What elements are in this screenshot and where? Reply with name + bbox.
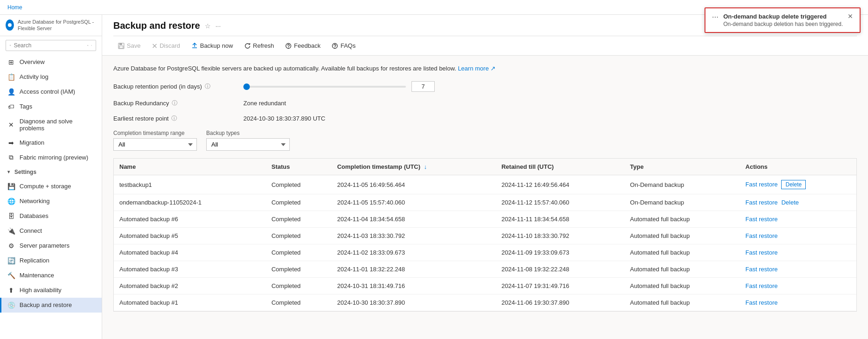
svg-point-10 — [288, 47, 289, 48]
search-input[interactable] — [14, 42, 84, 49]
fast-restore-link[interactable]: Fast restore — [745, 216, 777, 223]
sidebar-item-label: High availability — [20, 287, 61, 294]
col-actions: Actions — [740, 159, 856, 175]
restore-point-info-icon[interactable]: ⓘ — [171, 115, 177, 122]
fabric-mirroring-icon: ⧉ — [7, 154, 15, 161]
cell-type: Automated full backup — [625, 211, 740, 228]
fast-restore-link[interactable]: Fast restore — [745, 282, 777, 289]
more-options-icon[interactable]: ··· — [215, 22, 221, 30]
sidebar-item-label: Backup and restore — [20, 301, 72, 308]
learn-more-link[interactable]: Learn more ↗ — [458, 65, 496, 72]
cell-completion-ts: 2024-10-30 18:30:37.890 — [332, 294, 496, 311]
sidebar-item-overview[interactable]: ⊞ Overview — [0, 55, 102, 70]
search-box[interactable] — [6, 40, 96, 51]
favorite-icon[interactable]: ☆ — [205, 22, 211, 30]
cell-type: Automated full backup — [625, 261, 740, 278]
retention-slider[interactable] — [243, 86, 406, 88]
cell-status: Completed — [266, 194, 331, 211]
sidebar-item-maintenance[interactable]: 🔨 Maintenance — [0, 268, 102, 283]
fast-restore-link[interactable]: Fast restore — [745, 299, 777, 306]
sidebar-item-access-control[interactable]: 👤 Access control (IAM) — [0, 84, 102, 99]
cell-type: Automated full backup — [625, 278, 740, 294]
backup-table: Name Status Completion timestamp (UTC) ↓… — [113, 158, 857, 312]
home-link[interactable]: Home — [7, 4, 22, 11]
cell-name: Automated backup #3 — [114, 261, 266, 278]
save-button[interactable]: Save — [113, 40, 145, 51]
svg-point-1 — [8, 23, 12, 27]
fast-restore-link[interactable]: Fast restore — [745, 266, 777, 273]
sidebar-item-tags[interactable]: 🏷 Tags — [0, 99, 102, 114]
redundancy-row: Backup Redundancy ⓘ Zone redundant — [113, 99, 857, 107]
collapse-icon[interactable] — [91, 43, 92, 48]
cell-name: Automated backup #4 — [114, 244, 266, 261]
col-name: Name — [114, 159, 266, 175]
expand-icon[interactable] — [87, 43, 88, 48]
fast-restore-link[interactable]: Fast restore — [745, 199, 777, 206]
sidebar-item-label: Tags — [20, 103, 32, 110]
cell-completion-ts: 2024-10-31 18:31:49.716 — [332, 278, 496, 294]
sidebar-item-fabric-mirroring[interactable]: ⧉ Fabric mirroring (preview) — [0, 150, 102, 165]
refresh-button[interactable]: Refresh — [240, 40, 279, 51]
fast-restore-link[interactable]: Fast restore — [745, 249, 777, 256]
sidebar-item-backup-restore[interactable]: 💿 Backup and restore — [0, 298, 102, 313]
sidebar-item-networking[interactable]: 🌐 Networking — [0, 194, 102, 209]
retention-label: Backup retention period (in days) — [113, 83, 202, 90]
cell-type: Automated full backup — [625, 228, 740, 244]
timestamp-filter-select[interactable]: All — [113, 138, 197, 151]
cell-completion-ts: 2024-11-03 18:33:30.792 — [332, 228, 496, 244]
table-row: Automated backup #6 Completed 2024-11-04… — [114, 211, 856, 228]
sidebar-item-databases[interactable]: 🗄 Databases — [0, 209, 102, 224]
cell-name: Automated backup #5 — [114, 228, 266, 244]
sidebar-item-server-parameters[interactable]: ⚙ Server parameters — [0, 238, 102, 253]
discard-button[interactable]: Discard — [147, 40, 185, 51]
cell-status: Completed — [266, 244, 331, 261]
table-row: Automated backup #4 Completed 2024-11-02… — [114, 244, 856, 261]
sidebar-item-label: Fabric mirroring (preview) — [20, 154, 88, 161]
delete-button[interactable]: Delete — [781, 180, 806, 189]
connect-icon: 🔌 — [7, 227, 15, 235]
svg-point-2 — [10, 45, 11, 46]
activity-log-icon: 📋 — [7, 73, 15, 81]
delete-link[interactable]: Delete — [781, 199, 799, 206]
retention-info-icon[interactable]: ⓘ — [205, 83, 210, 90]
svg-point-12 — [334, 47, 335, 48]
backup-now-button[interactable]: Backup now — [187, 40, 238, 51]
sidebar-item-diagnose[interactable]: ✕ Diagnose and solve problems — [0, 114, 102, 135]
cell-completion-ts: 2024-11-02 18:33:09.673 — [332, 244, 496, 261]
content-area: Backup and restore ☆ ··· Save — [102, 15, 868, 339]
redundancy-info-icon[interactable]: ⓘ — [172, 99, 177, 107]
refresh-icon — [244, 43, 251, 49]
cell-name: testbackup1 — [114, 175, 266, 194]
sidebar-item-connect[interactable]: 🔌 Connect — [0, 224, 102, 238]
fast-restore-link[interactable]: Fast restore — [745, 232, 777, 239]
cell-retained-till: 2024-11-08 19:32:22.248 — [496, 261, 625, 278]
type-filter-label: Backup types — [206, 130, 290, 136]
sidebar-item-activity-log[interactable]: 📋 Activity log — [0, 70, 102, 84]
faqs-button[interactable]: FAQs — [327, 40, 360, 51]
sidebar-item-migration[interactable]: ➡ Migration — [0, 135, 102, 150]
overview-icon: ⊞ — [7, 58, 15, 66]
table-row: Automated backup #5 Completed 2024-11-03… — [114, 228, 856, 244]
table-row: Automated backup #1 Completed 2024-10-30… — [114, 294, 856, 311]
feedback-button[interactable]: Feedback — [281, 40, 325, 51]
sidebar-item-replication[interactable]: 🔄 Replication — [0, 253, 102, 268]
cell-completion-ts: 2024-11-05 16:49:56.464 — [332, 175, 496, 194]
sort-icon: ↓ — [424, 163, 427, 170]
save-icon — [118, 43, 124, 49]
toast-close-button[interactable]: ✕ — [848, 13, 853, 19]
sidebar-item-label: Connect — [20, 227, 42, 234]
cell-retained-till: 2024-11-11 18:34:54.658 — [496, 211, 625, 228]
col-completion-ts[interactable]: Completion timestamp (UTC) ↓ — [332, 159, 496, 175]
sidebar-item-label: Networking — [20, 198, 50, 205]
type-filter-select[interactable]: All — [206, 138, 290, 151]
fast-restore-link[interactable]: Fast restore — [745, 181, 777, 188]
table-header-row: Name Status Completion timestamp (UTC) ↓… — [114, 159, 856, 175]
sidebar-item-high-availability[interactable]: ⬆ High availability — [0, 283, 102, 298]
cell-completion-ts: 2024-11-04 18:34:54.658 — [332, 211, 496, 228]
cell-actions: Fast restore — [740, 278, 856, 294]
search-icon — [10, 43, 11, 48]
timestamp-filter-label: Completion timestamp range — [113, 130, 197, 136]
sidebar-item-compute-storage[interactable]: 💾 Compute + storage — [0, 179, 102, 194]
redundancy-label: Backup Redundancy — [113, 100, 169, 107]
replication-icon: 🔄 — [7, 257, 15, 264]
